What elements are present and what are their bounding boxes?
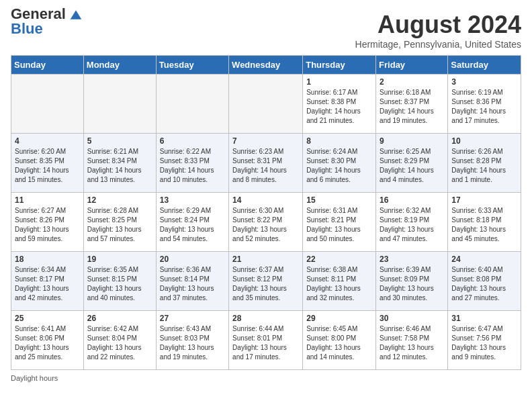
day-info: Sunrise: 6:22 AM Sunset: 8:33 PM Dayligh… bbox=[160, 147, 225, 185]
day-cell: 27Sunrise: 6:43 AM Sunset: 8:03 PM Dayli… bbox=[156, 311, 228, 370]
day-info: Sunrise: 6:23 AM Sunset: 8:31 PM Dayligh… bbox=[232, 147, 299, 185]
day-cell: 29Sunrise: 6:45 AM Sunset: 8:00 PM Dayli… bbox=[303, 311, 376, 370]
day-cell: 11Sunrise: 6:27 AM Sunset: 8:26 PM Dayli… bbox=[11, 193, 84, 252]
day-cell: 23Sunrise: 6:39 AM Sunset: 8:09 PM Dayli… bbox=[376, 252, 448, 311]
day-info: Sunrise: 6:44 AM Sunset: 8:01 PM Dayligh… bbox=[232, 324, 299, 362]
day-info: Sunrise: 6:47 AM Sunset: 7:56 PM Dayligh… bbox=[451, 324, 517, 362]
day-info: Sunrise: 6:25 AM Sunset: 8:29 PM Dayligh… bbox=[380, 147, 444, 185]
day-info: Sunrise: 6:35 AM Sunset: 8:15 PM Dayligh… bbox=[87, 265, 152, 303]
day-cell: 1Sunrise: 6:17 AM Sunset: 8:38 PM Daylig… bbox=[303, 75, 376, 134]
day-cell: 4Sunrise: 6:20 AM Sunset: 8:35 PM Daylig… bbox=[11, 134, 84, 193]
calendar-header-row: SundayMondayTuesdayWednesdayThursdayFrid… bbox=[11, 56, 521, 75]
day-number: 3 bbox=[451, 77, 517, 87]
day-cell bbox=[11, 75, 84, 134]
day-cell: 30Sunrise: 6:46 AM Sunset: 7:58 PM Dayli… bbox=[376, 311, 448, 370]
day-cell: 31Sunrise: 6:47 AM Sunset: 7:56 PM Dayli… bbox=[448, 311, 521, 370]
calendar-table: SundayMondayTuesdayWednesdayThursdayFrid… bbox=[11, 55, 521, 370]
col-header-saturday: Saturday bbox=[448, 56, 521, 75]
day-info: Sunrise: 6:31 AM Sunset: 8:21 PM Dayligh… bbox=[306, 206, 372, 244]
day-cell: 19Sunrise: 6:35 AM Sunset: 8:15 PM Dayli… bbox=[83, 252, 156, 311]
day-cell: 26Sunrise: 6:42 AM Sunset: 8:04 PM Dayli… bbox=[83, 311, 156, 370]
day-info: Sunrise: 6:26 AM Sunset: 8:28 PM Dayligh… bbox=[451, 147, 517, 185]
day-info: Sunrise: 6:28 AM Sunset: 8:25 PM Dayligh… bbox=[87, 206, 152, 244]
day-number: 10 bbox=[451, 136, 517, 146]
day-number: 24 bbox=[451, 255, 517, 264]
day-cell: 2Sunrise: 6:18 AM Sunset: 8:37 PM Daylig… bbox=[376, 75, 448, 134]
day-info: Sunrise: 6:45 AM Sunset: 8:00 PM Dayligh… bbox=[306, 324, 372, 362]
day-number: 19 bbox=[87, 255, 152, 264]
col-header-thursday: Thursday bbox=[303, 56, 376, 75]
day-number: 4 bbox=[15, 136, 80, 146]
day-cell: 13Sunrise: 6:29 AM Sunset: 8:24 PM Dayli… bbox=[156, 193, 228, 252]
col-header-friday: Friday bbox=[376, 56, 448, 75]
week-row-3: 11Sunrise: 6:27 AM Sunset: 8:26 PM Dayli… bbox=[11, 193, 521, 252]
day-number: 8 bbox=[306, 136, 372, 146]
day-cell: 10Sunrise: 6:26 AM Sunset: 8:28 PM Dayli… bbox=[448, 134, 521, 193]
day-cell: 16Sunrise: 6:32 AM Sunset: 8:19 PM Dayli… bbox=[376, 193, 448, 252]
day-info: Sunrise: 6:33 AM Sunset: 8:18 PM Dayligh… bbox=[451, 206, 517, 244]
day-number: 13 bbox=[160, 195, 225, 205]
day-info: Sunrise: 6:38 AM Sunset: 8:11 PM Dayligh… bbox=[306, 265, 372, 303]
page-header: General General Blue August 2024 Hermita… bbox=[11, 11, 521, 50]
day-info: Sunrise: 6:36 AM Sunset: 8:14 PM Dayligh… bbox=[160, 265, 225, 303]
day-number: 31 bbox=[451, 314, 517, 323]
footer-note: Daylight hours bbox=[11, 374, 521, 382]
day-info: Sunrise: 6:46 AM Sunset: 7:58 PM Dayligh… bbox=[380, 324, 444, 362]
day-number: 20 bbox=[160, 255, 225, 264]
day-cell: 14Sunrise: 6:30 AM Sunset: 8:22 PM Dayli… bbox=[229, 193, 303, 252]
day-number: 2 bbox=[380, 77, 444, 87]
day-cell: 25Sunrise: 6:41 AM Sunset: 8:06 PM Dayli… bbox=[11, 311, 84, 370]
day-info: Sunrise: 6:30 AM Sunset: 8:22 PM Dayligh… bbox=[232, 206, 299, 244]
day-info: Sunrise: 6:19 AM Sunset: 8:36 PM Dayligh… bbox=[451, 88, 517, 126]
day-info: Sunrise: 6:20 AM Sunset: 8:35 PM Dayligh… bbox=[15, 147, 80, 185]
logo-triangle bbox=[70, 9, 82, 21]
col-header-wednesday: Wednesday bbox=[229, 56, 303, 75]
day-cell bbox=[156, 75, 228, 134]
svg-marker-1 bbox=[71, 10, 82, 19]
day-cell: 6Sunrise: 6:22 AM Sunset: 8:33 PM Daylig… bbox=[156, 134, 228, 193]
logo: General General Blue bbox=[11, 11, 82, 38]
day-number: 23 bbox=[380, 255, 444, 264]
day-number: 15 bbox=[306, 195, 372, 205]
day-cell: 5Sunrise: 6:21 AM Sunset: 8:34 PM Daylig… bbox=[83, 134, 156, 193]
day-number: 30 bbox=[380, 314, 444, 323]
day-info: Sunrise: 6:37 AM Sunset: 8:12 PM Dayligh… bbox=[232, 265, 299, 303]
day-number: 17 bbox=[451, 195, 517, 205]
day-number: 26 bbox=[87, 314, 152, 323]
day-cell: 8Sunrise: 6:24 AM Sunset: 8:30 PM Daylig… bbox=[303, 134, 376, 193]
day-number: 29 bbox=[306, 314, 372, 323]
day-cell: 17Sunrise: 6:33 AM Sunset: 8:18 PM Dayli… bbox=[448, 193, 521, 252]
day-cell: 22Sunrise: 6:38 AM Sunset: 8:11 PM Dayli… bbox=[303, 252, 376, 311]
day-info: Sunrise: 6:17 AM Sunset: 8:38 PM Dayligh… bbox=[306, 88, 372, 126]
day-number: 5 bbox=[87, 136, 152, 146]
day-number: 18 bbox=[15, 255, 80, 264]
day-info: Sunrise: 6:24 AM Sunset: 8:30 PM Dayligh… bbox=[306, 147, 372, 185]
day-cell: 15Sunrise: 6:31 AM Sunset: 8:21 PM Dayli… bbox=[303, 193, 376, 252]
day-info: Sunrise: 6:21 AM Sunset: 8:34 PM Dayligh… bbox=[87, 147, 152, 185]
day-number: 22 bbox=[306, 255, 372, 264]
day-info: Sunrise: 6:27 AM Sunset: 8:26 PM Dayligh… bbox=[15, 206, 80, 244]
day-number: 16 bbox=[380, 195, 444, 205]
month-year: August 2024 bbox=[355, 11, 521, 39]
day-number: 7 bbox=[232, 136, 299, 146]
day-info: Sunrise: 6:29 AM Sunset: 8:24 PM Dayligh… bbox=[160, 206, 225, 244]
day-number: 21 bbox=[232, 255, 299, 264]
day-info: Sunrise: 6:42 AM Sunset: 8:04 PM Dayligh… bbox=[87, 324, 152, 362]
day-info: Sunrise: 6:41 AM Sunset: 8:06 PM Dayligh… bbox=[15, 324, 80, 362]
day-cell bbox=[83, 75, 156, 134]
week-row-1: 1Sunrise: 6:17 AM Sunset: 8:38 PM Daylig… bbox=[11, 75, 521, 134]
day-info: Sunrise: 6:43 AM Sunset: 8:03 PM Dayligh… bbox=[160, 324, 225, 362]
day-cell: 7Sunrise: 6:23 AM Sunset: 8:31 PM Daylig… bbox=[229, 134, 303, 193]
week-row-2: 4Sunrise: 6:20 AM Sunset: 8:35 PM Daylig… bbox=[11, 134, 521, 193]
day-cell: 20Sunrise: 6:36 AM Sunset: 8:14 PM Dayli… bbox=[156, 252, 228, 311]
day-cell: 18Sunrise: 6:34 AM Sunset: 8:17 PM Dayli… bbox=[11, 252, 84, 311]
day-number: 9 bbox=[380, 136, 444, 146]
day-cell: 3Sunrise: 6:19 AM Sunset: 8:36 PM Daylig… bbox=[448, 75, 521, 134]
week-row-4: 18Sunrise: 6:34 AM Sunset: 8:17 PM Dayli… bbox=[11, 252, 521, 311]
col-header-tuesday: Tuesday bbox=[156, 56, 228, 75]
day-cell: 21Sunrise: 6:37 AM Sunset: 8:12 PM Dayli… bbox=[229, 252, 303, 311]
day-cell: 12Sunrise: 6:28 AM Sunset: 8:25 PM Dayli… bbox=[83, 193, 156, 252]
day-cell: 9Sunrise: 6:25 AM Sunset: 8:29 PM Daylig… bbox=[376, 134, 448, 193]
col-header-monday: Monday bbox=[83, 56, 156, 75]
col-header-sunday: Sunday bbox=[11, 56, 84, 75]
